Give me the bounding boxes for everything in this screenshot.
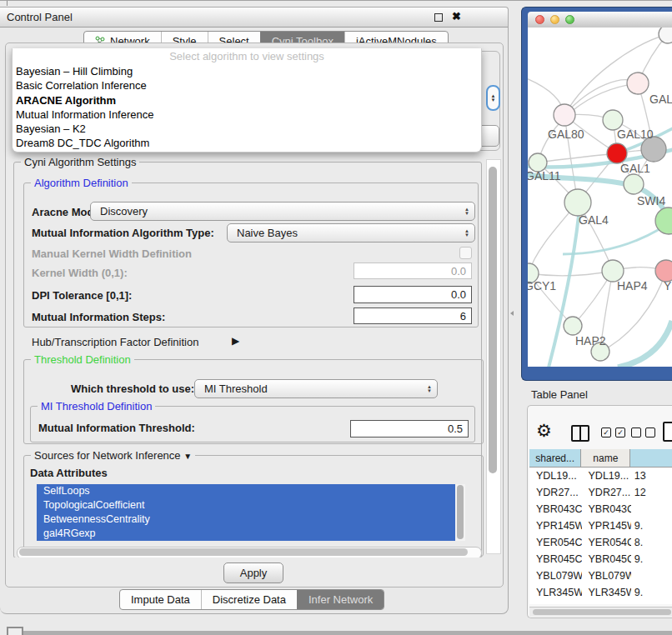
data-attributes-list: SelfLoopsTopologicalCoefficientBetweenne…	[37, 484, 465, 541]
network-node[interactable]	[627, 72, 649, 94]
algorithm-option-list: Bayesian – Hill ClimbingBasic Correlatio…	[13, 64, 481, 151]
which-threshold-combo[interactable]: MI Threshold ▲▼	[194, 379, 438, 398]
combo-arrows-icon: ▲▼	[464, 202, 469, 220]
algorithm-definition-title: Algorithm Definition	[31, 177, 132, 189]
minimize-traffic-light-icon[interactable]	[550, 15, 559, 24]
table-row[interactable]: YPR145WYPR145W9.	[529, 518, 672, 534]
table-row[interactable]: YIL052CYIL052C9	[529, 601, 672, 604]
kernel-width-field[interactable]: 0.0	[354, 262, 472, 279]
table-column-header[interactable]	[630, 449, 672, 468]
data-attribute-item[interactable]: TopologicalCoefficient	[37, 498, 455, 512]
settings-hscroll-thumb[interactable]	[19, 548, 468, 556]
control-panel-window: Control Panel ✖ NetworkStyleSelectCyni T…	[0, 7, 509, 614]
close-traffic-light-icon[interactable]	[535, 15, 544, 24]
mi-type-combo[interactable]: Naive Bayes ▲▼	[227, 223, 475, 242]
table-cell: 13	[631, 470, 672, 482]
close-icon[interactable]: ✖	[452, 10, 461, 22]
table-cell: 9	[631, 603, 672, 604]
mi-threshold-field[interactable]: 0.5	[350, 420, 469, 438]
table-row[interactable]: YBR043CYBR043C	[529, 501, 672, 518]
tab-infer-network[interactable]: Infer Network	[297, 590, 384, 609]
top-hairline	[0, 0, 672, 1]
table-row[interactable]: YBR045CYBR045C9.	[529, 551, 672, 568]
apply-button[interactable]: Apply	[223, 562, 283, 583]
tab-label: Impute Data	[131, 593, 190, 606]
network-node[interactable]	[659, 28, 672, 43]
table-cell: 9.	[631, 587, 672, 598]
page-icon[interactable]	[663, 422, 672, 442]
bottom-tabbar: Impute DataDiscretize DataInfer Network	[119, 589, 384, 610]
network-node[interactable]	[607, 143, 627, 163]
table-column-header[interactable]: shared...	[529, 449, 581, 468]
zoom-traffic-light-icon[interactable]	[565, 15, 574, 24]
table-row[interactable]: YER054CYER054C8.	[529, 534, 672, 551]
table-row[interactable]: YBL079WYBL079W	[529, 568, 672, 584]
collapse-down-icon[interactable]: ▼	[183, 452, 192, 461]
network-window-titlebar	[528, 12, 672, 28]
manual-kernel-checkbox[interactable]	[459, 247, 472, 259]
expand-right-icon[interactable]: ▶	[232, 335, 239, 347]
network-node[interactable]	[564, 189, 591, 216]
table-hscrollbar[interactable]	[529, 607, 672, 617]
tab-label: Discretize Data	[213, 593, 286, 606]
minimized-panel-icon[interactable]	[7, 627, 23, 635]
network-node[interactable]	[564, 317, 582, 335]
split-pane-handle[interactable]	[510, 311, 514, 316]
gear-icon[interactable]: ⚙	[536, 421, 552, 441]
float-window-icon[interactable]	[434, 13, 443, 22]
screenshot-stage: Control Panel ✖ NetworkStyleSelectCyni T…	[0, 0, 672, 635]
table-column-header[interactable]: name	[581, 449, 630, 468]
focused-combo-spinner[interactable]: ▲ ▼	[486, 85, 500, 111]
table-cell: YBR045C	[529, 553, 582, 565]
table-cell: 12	[631, 487, 672, 498]
algorithm-option[interactable]: Mutual Information Inference	[13, 108, 481, 122]
mi-threshold-label: Mutual Information Threshold:	[38, 422, 195, 434]
mi-steps-label: Mutual Information Steps:	[32, 311, 165, 323]
tab-impute-data[interactable]: Impute Data	[120, 590, 201, 609]
tab-discretize-data[interactable]: Discretize Data	[201, 590, 297, 609]
table-hscroll-thumb[interactable]	[533, 609, 671, 615]
table-row[interactable]: YDR27...YDR27...12	[529, 484, 672, 501]
network-node-label: GAL11	[528, 169, 561, 182]
which-threshold-value: MI Threshold	[204, 382, 268, 395]
algorithm-option[interactable]: Basic Correlation Inference	[13, 78, 481, 92]
top-tick	[7, 1, 8, 6]
algorithm-option[interactable]: ARACNE Algorithm	[13, 93, 481, 108]
table-row[interactable]: YLR345WYLR345W9.	[529, 584, 672, 601]
dpi-tolerance-field[interactable]: 0.0	[354, 286, 472, 303]
network-node[interactable]	[554, 104, 575, 126]
algorithm-option[interactable]: Dream8 DC_TDC Algorithm	[13, 136, 481, 150]
network-node-label: SWI4	[637, 194, 665, 208]
aracne-mode-combo[interactable]: Discovery ▲▼	[90, 202, 475, 221]
algorithm-option[interactable]: Bayesian – K2	[13, 122, 481, 136]
table-cell: YPR145W	[582, 520, 631, 532]
table-cell: YBR045C	[582, 553, 631, 565]
network-node-label: Y	[664, 279, 672, 292]
network-node[interactable]	[624, 174, 644, 194]
spinner-down-icon: ▼	[491, 98, 496, 102]
network-graph: GALGAL80GAL10GAL1GAL11SWI4GAL4GCY1HAP4YH…	[528, 28, 672, 367]
network-node-label: GAL80	[548, 128, 584, 141]
column-layout-icon[interactable]	[571, 425, 589, 442]
table-row[interactable]: YDL19...YDL19...13	[529, 468, 672, 484]
settings-vscrollbar[interactable]	[486, 159, 501, 554]
settings-vscroll-thumb[interactable]	[489, 167, 497, 473]
hub-section-label: Hub/Transcription Factor Definition	[32, 336, 198, 348]
deselect-all-checkboxes-icon[interactable]	[631, 428, 655, 438]
attributes-scroll-thumb[interactable]	[457, 485, 464, 539]
which-threshold-label: Which threshold to use:	[71, 382, 194, 395]
mi-steps-field[interactable]: 6	[354, 308, 472, 324]
algorithm-option[interactable]: Bayesian – Hill Climbing	[13, 64, 481, 78]
attributes-scrollbar[interactable]	[455, 484, 465, 541]
settings-hscrollbar[interactable]	[17, 547, 482, 558]
data-attribute-item[interactable]: SelfLoops	[37, 484, 455, 498]
table-cell: YDR27...	[582, 487, 631, 498]
table-body: YDL19...YDL19...13YDR27...YDR27...12YBR0…	[529, 468, 672, 604]
data-attribute-item[interactable]: BetweennessCentrality	[37, 512, 455, 527]
select-all-checkboxes-icon[interactable]: ✓✓	[601, 428, 625, 438]
kernel-width-label: Kernel Width (0,1):	[32, 267, 128, 279]
network-canvas[interactable]: GALGAL80GAL10GAL1GAL11SWI4GAL4GCY1HAP4YH…	[528, 28, 672, 367]
data-attribute-item[interactable]: gal4RGexp	[37, 527, 455, 541]
table-cell: YBR043C	[529, 503, 582, 515]
aracne-mode-value: Discovery	[100, 205, 148, 218]
